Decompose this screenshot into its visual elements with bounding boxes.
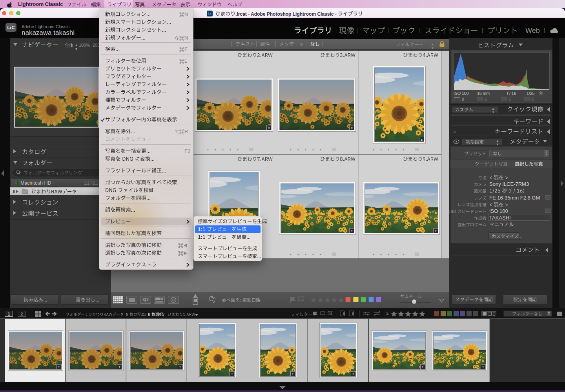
svg-text:x: x bbox=[300, 298, 302, 301]
